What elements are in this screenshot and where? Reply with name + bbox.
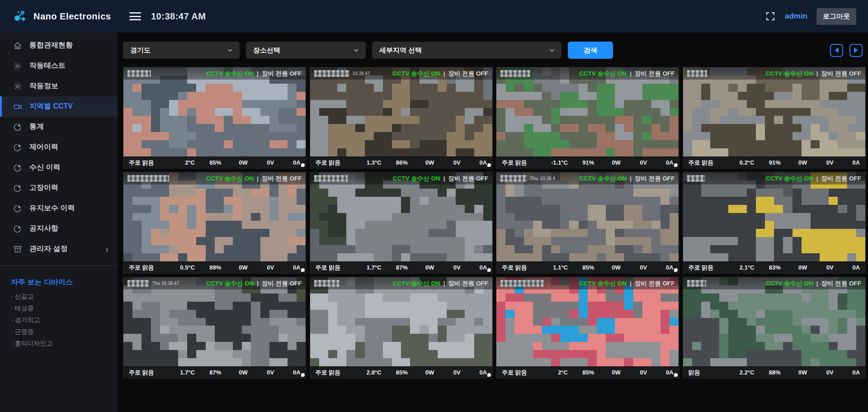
sidebar-item-8[interactable]: 유지보수 이력 [0,198,118,218]
weather-label: 주로 맑음 [502,264,542,272]
power-value: 0W [781,264,807,271]
favorite-device-4[interactable]: 홍익디자인고 [0,338,118,350]
pie-icon [13,224,23,234]
resize-grip[interactable] [674,163,678,167]
fullscreen-icon[interactable] [765,11,776,22]
device-power-status: 장비 전원 OFF [262,70,302,78]
prev-page-button[interactable] [830,44,843,57]
cctv-card-8[interactable]: Thu 10.38.47 CCTV 송수신 ON | 장비 전원 OFF 주로 … [123,277,307,379]
camera-feed [683,277,866,366]
sidebar-item-label: 관리자 설정 [29,244,67,254]
sidebar-item-label: 작동정보 [29,81,58,91]
region-select[interactable]: 경기도 [123,42,240,59]
cctv-transmit-status: CCTV 송수신 ON [579,279,627,288]
device-power-status: 장비 전원 OFF [262,175,302,183]
resize-grip[interactable] [674,373,678,377]
resize-grip[interactable] [301,268,305,272]
search-button[interactable]: 검색 [568,42,613,59]
username[interactable]: admin [785,12,807,21]
camera-name-blurred [500,175,527,182]
telemetry-bar: 주로 맑음 1.7°C 87% 0W 0V 0A [123,366,306,378]
cctv-card-0[interactable]: CCTV 송수신 ON | 장비 전원 OFF 주로 맑음 2°C 85% 0W… [123,67,307,169]
camera-feed [683,172,866,261]
cctv-grid: CCTV 송수신 ON | 장비 전원 OFF 주로 맑음 2°C 85% 0W… [123,67,866,379]
cctv-card-6[interactable]: Thu. 10.38.4 CCTV 송수신 ON | 장비 전원 OFF 주로 … [496,172,679,274]
resize-grip[interactable] [301,163,305,167]
cctv-card-10[interactable]: CCTV 송수신 ON | 장비 전원 OFF 주로 맑음 2°C 85% 0W… [496,277,679,379]
sidebar-item-5[interactable]: 제어이력 [0,137,118,157]
pie-icon [13,142,23,152]
telemetry-bar: 주로 맑음 -1.1°C 91% 0W 0V 0A [496,156,679,168]
temperature-value: 1.1°C [542,264,568,271]
sidebar-item-10[interactable]: 관리자 설정› [0,239,118,259]
cctv-card-3[interactable]: CCTV 송수신 ON | 장비 전원 OFF 주로 맑음 0.2°C 91% … [683,67,866,169]
sidebar-item-9[interactable]: 공지사항 [0,218,118,239]
device-power-status: 장비 전원 OFF [635,70,675,78]
cctv-transmit-status: CCTV 송수신 ON [206,175,254,183]
device-power-status: 장비 전원 OFF [448,70,489,78]
humidity-value: 88% [754,369,780,376]
resize-grip[interactable] [674,268,678,272]
favorite-devices-title: 자주 보는 디바이스 [0,266,118,291]
sidebar-item-1[interactable]: 작동테스트 [0,56,118,76]
cctv-card-9[interactable]: CCTV 송수신 ON | 장비 전원 OFF 주로 맑음 2.8°C 85% … [310,277,493,379]
clock: 10:38:47 AM [151,11,206,22]
camera-feed [123,172,306,261]
next-page-button[interactable] [849,44,863,57]
sidebar-item-6[interactable]: 수신 이력 [0,157,118,178]
cctv-transmit-status: CCTV 송수신 ON [206,279,254,288]
cctv-card-4[interactable]: CCTV 송수신 ON | 장비 전원 OFF 주로 맑음 0.5°C 89% … [123,172,307,274]
resize-grip[interactable] [301,373,305,377]
device-power-status: 장비 전원 OFF [262,279,302,288]
device-power-status: 장비 전원 OFF [635,279,675,288]
sidebar-menu: 통합관제현황작동테스트작동정보지역별 CCTV통계제어이력수신 이력고장이력유지… [0,35,118,259]
camera-feed [496,172,679,261]
cctv-card-1[interactable]: 10.38.47 CCTV 송수신 ON | 장비 전원 OFF 주로 맑음 1… [310,67,493,169]
cctv-card-5[interactable]: CCTV 송수신 ON | 장비 전원 OFF 주로 맑음 1.7°C 87% … [310,172,493,274]
device-power-status: 장비 전원 OFF [448,175,489,183]
sidebar-item-3[interactable]: 지역별 CCTV [0,96,118,117]
voltage-value: 0V [807,264,833,271]
camera-feed [123,67,306,156]
logout-button[interactable]: 로그아웃 [816,8,856,25]
voltage-value: 0V [621,159,647,166]
subregion-select[interactable]: 세부지역 선택 [372,42,561,59]
cctv-card-11[interactable]: CCTV 송수신 ON | 장비 전원 OFF 맑음 2.2°C 88% 0W … [683,277,866,379]
cctv-icon [13,102,23,112]
sidebar-item-7[interactable]: 고장이력 [0,178,118,198]
power-value: 0W [408,159,434,166]
cctv-card-2[interactable]: CCTV 송수신 ON | 장비 전원 OFF 주로 맑음 -1.1°C 91%… [496,67,679,169]
pie-icon [13,122,23,132]
sidebar-item-0[interactable]: 통합관제현황 [0,35,118,56]
cctv-card-7[interactable]: CCTV 송수신 ON | 장비 전원 OFF 주로 맑음 2.1°C 83% … [683,172,866,274]
resize-grip[interactable] [487,163,491,167]
voltage-value: 0V [621,369,647,376]
camera-name-blurred [687,70,707,77]
sidebar-item-label: 공지사항 [29,224,58,233]
humidity-value: 89% [195,264,221,271]
sidebar-item-4[interactable]: 통계 [0,117,118,137]
cctv-transmit-status: CCTV 송수신 ON [579,175,627,183]
hamburger-menu-icon[interactable] [129,12,141,20]
humidity-value: 85% [381,369,407,376]
weather-label: 주로 맑음 [316,369,355,377]
humidity-value: 87% [195,369,221,376]
power-value: 0W [594,159,620,166]
favorite-device-1[interactable]: 태성중 [0,303,118,314]
current-value: 0A [834,369,860,376]
resize-grip[interactable] [487,373,491,377]
home-icon [13,41,23,51]
voltage-value: 0V [807,159,833,166]
place-select[interactable]: 장소선택 [246,42,366,59]
device-power-status: 장비 전원 OFF [448,279,489,288]
camera-header: Thu. 10.38.4 CCTV 송수신 ON | 장비 전원 OFF [496,172,679,185]
camera-feed [496,67,679,156]
resize-grip[interactable] [487,268,491,272]
status-separator: | [257,280,259,287]
favorite-device-3[interactable]: 근명중 [0,326,118,338]
chevron-down-icon [549,47,555,53]
sidebar-item-2[interactable]: 작동정보 [0,76,118,96]
favorite-device-0[interactable]: 신갈고 [0,291,118,303]
temperature-value: 2°C [542,369,568,376]
favorite-device-2[interactable]: 경기외고 [0,314,118,326]
